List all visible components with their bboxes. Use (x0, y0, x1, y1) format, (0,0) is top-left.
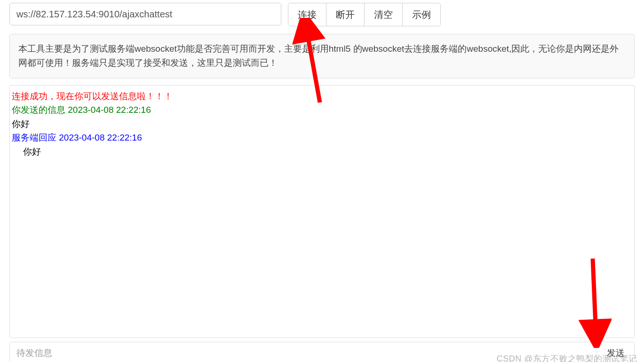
info-panel: 本工具主要是为了测试服务端websocket功能是否完善可用而开发，主要是利用h… (9, 34, 635, 79)
send-button[interactable]: 发送 (596, 342, 634, 362)
info-text: 本工具主要是为了测试服务端websocket功能是否完善可用而开发，主要是利用h… (18, 44, 619, 68)
log-line: 你好 (12, 145, 632, 158)
log-area: 连接成功，现在你可以发送信息啦！！！ 你发送的信息 2023-04-08 22:… (9, 85, 635, 338)
log-line: 你好 (12, 117, 632, 131)
disconnect-button[interactable]: 断开 (326, 3, 365, 26)
log-line: 连接成功，现在你可以发送信息啦！！！ (12, 89, 632, 103)
websocket-url-input[interactable] (9, 3, 281, 25)
top-toolbar: 连接 断开 清空 示例 (9, 3, 635, 26)
message-input[interactable] (10, 342, 596, 362)
clear-button[interactable]: 清空 (365, 3, 403, 26)
send-row: 发送 (9, 342, 635, 362)
example-button[interactable]: 示例 (403, 3, 440, 26)
action-button-group: 连接 断开 清空 示例 (288, 3, 441, 26)
connect-button[interactable]: 连接 (288, 3, 326, 26)
log-line: 服务端回应 2023-04-08 22:22:16 (12, 131, 632, 144)
log-line: 你发送的信息 2023-04-08 22:22:16 (12, 103, 632, 117)
